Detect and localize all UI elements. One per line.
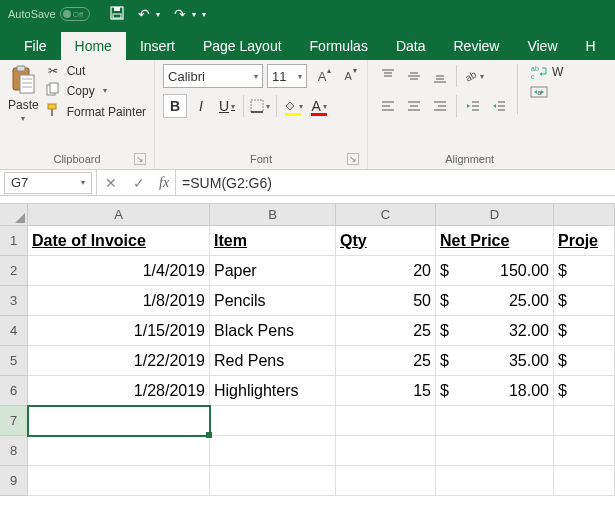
col-header-b[interactable]: B [210,204,336,226]
paste-button[interactable]: Paste ▾ [8,64,39,123]
font-launcher-icon[interactable]: ↘ [347,153,359,165]
cell[interactable] [436,466,554,496]
cell[interactable]: Qty [336,226,436,256]
formula-input[interactable]: =SUM(G2:G6) [176,175,615,191]
cell[interactable] [336,436,436,466]
cell[interactable]: 15 [336,376,436,406]
font-name-select[interactable]: Calibri▾ [163,64,263,88]
font-color-button[interactable]: A▾ [307,94,331,118]
merge-center-button[interactable]: a [530,84,563,100]
align-top-button[interactable] [376,64,400,88]
tab-formulas[interactable]: Formulas [296,32,382,60]
cell[interactable]: Date of Invoice [28,226,210,256]
save-icon[interactable] [110,6,124,23]
cell[interactable]: 1/28/2019 [28,376,210,406]
cell[interactable] [436,436,554,466]
cell[interactable]: $ [554,346,615,376]
cell[interactable]: 1/8/2019 [28,286,210,316]
cell[interactable] [436,406,554,436]
cell[interactable]: $25.00 [436,286,554,316]
copy-button[interactable]: Copy▾ [45,82,146,99]
spreadsheet-grid[interactable]: A B C D 1 Date of Invoice Item Qty Net P… [0,204,615,496]
fx-icon[interactable]: fx [153,175,175,191]
cell[interactable]: $ [554,256,615,286]
align-middle-button[interactable] [402,64,426,88]
cell[interactable] [554,466,615,496]
cell[interactable] [210,466,336,496]
cut-button[interactable]: ✂Cut [45,64,146,78]
cell[interactable] [554,406,615,436]
row-header[interactable]: 1 [0,226,28,256]
enter-formula-icon[interactable]: ✓ [125,175,153,191]
cancel-formula-icon[interactable]: ✕ [97,175,125,191]
bold-button[interactable]: B [163,94,187,118]
undo-dropdown-icon[interactable]: ▾ [156,10,160,19]
clipboard-launcher-icon[interactable]: ↘ [134,153,146,165]
cell[interactable] [28,436,210,466]
row-header[interactable]: 6 [0,376,28,406]
align-center-button[interactable] [402,94,426,118]
align-bottom-button[interactable] [428,64,452,88]
tab-home[interactable]: Home [61,32,126,60]
orientation-button[interactable]: ab▾ [461,64,485,88]
underline-button[interactable]: U▾ [215,94,239,118]
italic-button[interactable]: I [189,94,213,118]
shrink-font-button[interactable]: A▾ [337,65,359,87]
undo-icon[interactable]: ↶ [138,6,150,22]
cell[interactable]: Net Price [436,226,554,256]
cell[interactable]: Pencils [210,286,336,316]
cell[interactable]: $18.00 [436,376,554,406]
cell[interactable]: $32.00 [436,316,554,346]
name-box[interactable]: G7▾ [4,172,92,194]
cell[interactable]: 1/4/2019 [28,256,210,286]
cell[interactable] [336,466,436,496]
tab-review[interactable]: Review [440,32,514,60]
row-header[interactable]: 2 [0,256,28,286]
cell-selected[interactable] [28,406,210,436]
cell[interactable]: $35.00 [436,346,554,376]
cell[interactable]: Black Pens [210,316,336,346]
cell[interactable] [28,466,210,496]
tab-data[interactable]: Data [382,32,440,60]
cell[interactable]: Paper [210,256,336,286]
paste-dropdown-icon[interactable]: ▾ [21,114,25,123]
cell[interactable]: $ [554,316,615,346]
cell[interactable] [210,406,336,436]
decrease-indent-button[interactable] [461,94,485,118]
row-header[interactable]: 3 [0,286,28,316]
cell[interactable]: Proje [554,226,615,256]
cell[interactable]: $ [554,286,615,316]
wrap-text-button[interactable]: abcW [530,64,563,80]
cell[interactable]: $ [554,376,615,406]
row-header[interactable]: 5 [0,346,28,376]
redo-dropdown-icon[interactable]: ▾ [192,10,196,19]
cell[interactable]: $150.00 [436,256,554,286]
cell[interactable] [336,406,436,436]
select-all-corner[interactable] [0,204,28,226]
cell[interactable]: 20 [336,256,436,286]
qat-customize-icon[interactable]: ▾ [202,10,206,19]
col-header-c[interactable]: C [336,204,436,226]
tab-help[interactable]: H [572,32,610,60]
row-header[interactable]: 8 [0,436,28,466]
align-left-button[interactable] [376,94,400,118]
tab-file[interactable]: File [10,32,61,60]
tab-insert[interactable]: Insert [126,32,189,60]
redo-icon[interactable]: ↷ [174,6,186,22]
tab-view[interactable]: View [513,32,571,60]
cell[interactable]: 50 [336,286,436,316]
col-header-d[interactable]: D [436,204,554,226]
cell[interactable] [210,436,336,466]
format-painter-button[interactable]: Format Painter [45,103,146,120]
cell[interactable]: 1/22/2019 [28,346,210,376]
increase-indent-button[interactable] [487,94,511,118]
grow-font-button[interactable]: A▴ [311,65,333,87]
formula-expand-handle[interactable] [0,196,615,204]
col-header-e[interactable] [554,204,615,226]
fill-color-button[interactable]: ▾ [281,94,305,118]
cell[interactable] [554,436,615,466]
cell[interactable]: Item [210,226,336,256]
cell[interactable]: 1/15/2019 [28,316,210,346]
copy-dropdown-icon[interactable]: ▾ [103,86,107,95]
borders-button[interactable]: ▾ [248,94,272,118]
